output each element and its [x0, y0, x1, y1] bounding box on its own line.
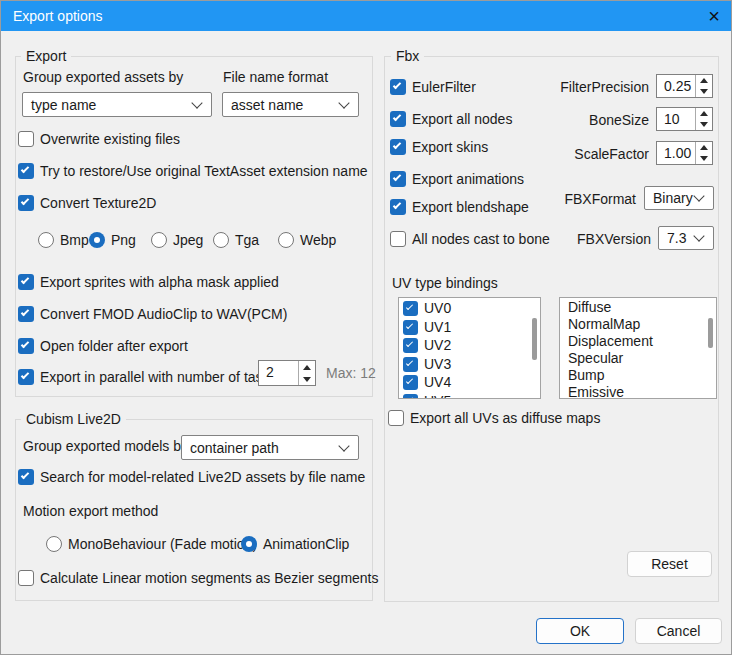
radio-webp-label[interactable]: Webp	[300, 232, 336, 249]
list-item-uv2[interactable]: UV2	[399, 337, 540, 356]
uv2-checkbox[interactable]	[403, 338, 418, 353]
cancel-button[interactable]: Cancel	[635, 618, 722, 644]
radio-animationclip[interactable]	[241, 536, 257, 552]
export-diffuse-label[interactable]: Export all UVs as diffuse maps	[410, 410, 600, 427]
close-button[interactable]: ×	[700, 3, 728, 29]
list-item-label[interactable]: UV0	[424, 300, 451, 317]
export-animations-checkbox[interactable]	[390, 171, 406, 187]
list-item-label[interactable]: UV3	[424, 356, 451, 373]
parallel-tasks-spinbox[interactable]: 2	[258, 360, 316, 386]
export-skins-checkbox[interactable]	[390, 139, 406, 155]
uv3-checkbox[interactable]	[403, 357, 418, 372]
eulerfilter-label[interactable]: EulerFilter	[412, 79, 476, 96]
list-item-label[interactable]: Emissive	[568, 384, 624, 399]
list-item-label[interactable]: UV5	[424, 393, 451, 399]
export-diffuse-checkbox[interactable]	[388, 410, 404, 426]
uv-listbox[interactable]: UV0 UV1 UV2 UV3 UV4 UV5	[398, 297, 541, 399]
export-all-nodes-checkbox[interactable]	[390, 111, 406, 127]
list-item-diffuse[interactable]: Diffuse	[560, 299, 716, 316]
export-blendshape-checkbox[interactable]	[390, 199, 406, 215]
bone-size-spinbox[interactable]: 10	[656, 107, 713, 131]
sprites-alpha-label[interactable]: Export sprites with alpha mask applied	[40, 274, 279, 291]
fmod-wav-checkbox[interactable]	[18, 306, 34, 322]
radio-jpeg[interactable]	[151, 232, 167, 248]
overwrite-label[interactable]: Overwrite existing files	[40, 131, 180, 148]
sprites-alpha-checkbox[interactable]	[18, 274, 34, 290]
bezier-label[interactable]: Calculate Linear motion segments as Bezi…	[40, 570, 379, 587]
ok-button[interactable]: OK	[536, 618, 624, 644]
parallel-label[interactable]: Export in parallel with number of tasks	[40, 369, 277, 386]
restore-extension-checkbox[interactable]	[18, 163, 34, 179]
export-skins-label[interactable]: Export skins	[412, 139, 488, 156]
group-by-dropdown[interactable]: type name	[22, 92, 212, 117]
radio-tga[interactable]	[213, 232, 229, 248]
uv4-checkbox[interactable]	[403, 375, 418, 390]
uv5-checkbox[interactable]	[403, 394, 418, 399]
list-item-emissive[interactable]: Emissive	[560, 384, 716, 399]
list-item-uv4[interactable]: UV4	[399, 374, 540, 393]
filter-precision-value[interactable]: 0.25	[657, 75, 695, 97]
spin-up-button[interactable]	[696, 108, 712, 119]
file-format-dropdown[interactable]: asset name	[222, 92, 359, 117]
spin-down-button[interactable]	[696, 86, 712, 97]
open-folder-checkbox[interactable]	[18, 338, 34, 354]
filter-precision-spinbox[interactable]: 0.25	[656, 74, 713, 98]
spin-down-button[interactable]	[696, 119, 712, 130]
scrollbar-thumb[interactable]	[532, 318, 537, 360]
radio-bmp[interactable]	[38, 232, 54, 248]
radio-bmp-label[interactable]: Bmp	[60, 232, 89, 249]
list-item-label[interactable]: UV2	[424, 337, 451, 354]
list-item-specular[interactable]: Specular	[560, 350, 716, 367]
list-item-bump[interactable]: Bump	[560, 367, 716, 384]
radio-png[interactable]	[89, 232, 105, 248]
convert-texture2d-label[interactable]: Convert Texture2D	[40, 195, 156, 212]
radio-monobehaviour[interactable]	[46, 536, 62, 552]
spin-down-button[interactable]	[696, 153, 712, 164]
parallel-tasks-value[interactable]: 2	[259, 361, 298, 385]
uv0-checkbox[interactable]	[403, 301, 418, 316]
fbx-version-dropdown[interactable]: 7.3	[658, 226, 714, 250]
list-item-uv0[interactable]: UV0	[399, 300, 540, 319]
spin-up-button[interactable]	[696, 142, 712, 153]
list-item-uv3[interactable]: UV3	[399, 356, 540, 375]
fmod-wav-label[interactable]: Convert FMOD AudioClip to WAV(PCM)	[40, 306, 287, 323]
radio-webp[interactable]	[278, 232, 294, 248]
list-item-label[interactable]: Diffuse	[568, 299, 611, 316]
list-item-label[interactable]: NormalMap	[568, 316, 640, 333]
list-item-displacement[interactable]: Displacement	[560, 333, 716, 350]
uv1-checkbox[interactable]	[403, 320, 418, 335]
list-item-label[interactable]: UV4	[424, 374, 451, 391]
scale-factor-value[interactable]: 1.00	[657, 142, 695, 164]
restore-extension-label[interactable]: Try to restore/Use original TextAsset ex…	[40, 163, 368, 180]
group-models-dropdown[interactable]: container path	[181, 435, 359, 460]
search-live2d-label[interactable]: Search for model-related Live2D assets b…	[40, 469, 365, 486]
bone-size-value[interactable]: 10	[657, 108, 695, 130]
bezier-checkbox[interactable]	[18, 570, 34, 586]
overwrite-checkbox[interactable]	[18, 131, 34, 147]
scrollbar-thumb[interactable]	[708, 318, 713, 348]
radio-jpeg-label[interactable]: Jpeg	[173, 232, 203, 249]
spin-up-button[interactable]	[696, 75, 712, 86]
list-item-uv1[interactable]: UV1	[399, 319, 540, 338]
list-item-label[interactable]: Specular	[568, 350, 623, 367]
scale-factor-spinbox[interactable]: 1.00	[656, 141, 713, 165]
list-item-label[interactable]: Bump	[568, 367, 605, 384]
search-live2d-checkbox[interactable]	[18, 469, 34, 485]
radio-monobehaviour-label[interactable]: MonoBehaviour (Fade motion)	[68, 536, 257, 553]
cast-to-bone-checkbox[interactable]	[390, 231, 406, 247]
reset-button[interactable]: Reset	[627, 551, 712, 577]
fbx-format-dropdown[interactable]: Binary	[644, 186, 714, 210]
list-item-label[interactable]: Displacement	[568, 333, 653, 350]
export-animations-label[interactable]: Export animations	[412, 171, 524, 188]
parallel-checkbox[interactable]	[18, 369, 34, 385]
open-folder-label[interactable]: Open folder after export	[40, 338, 188, 355]
binding-listbox[interactable]: Diffuse NormalMap Displacement Specular …	[559, 297, 717, 399]
spin-up-button[interactable]	[299, 361, 315, 373]
radio-animationclip-label[interactable]: AnimationClip	[263, 536, 349, 553]
list-item-uv5[interactable]: UV5	[399, 393, 540, 399]
convert-texture2d-checkbox[interactable]	[18, 195, 34, 211]
list-item-label[interactable]: UV1	[424, 319, 451, 336]
radio-tga-label[interactable]: Tga	[235, 232, 259, 249]
spin-down-button[interactable]	[299, 373, 315, 385]
list-item-normalmap[interactable]: NormalMap	[560, 316, 716, 333]
